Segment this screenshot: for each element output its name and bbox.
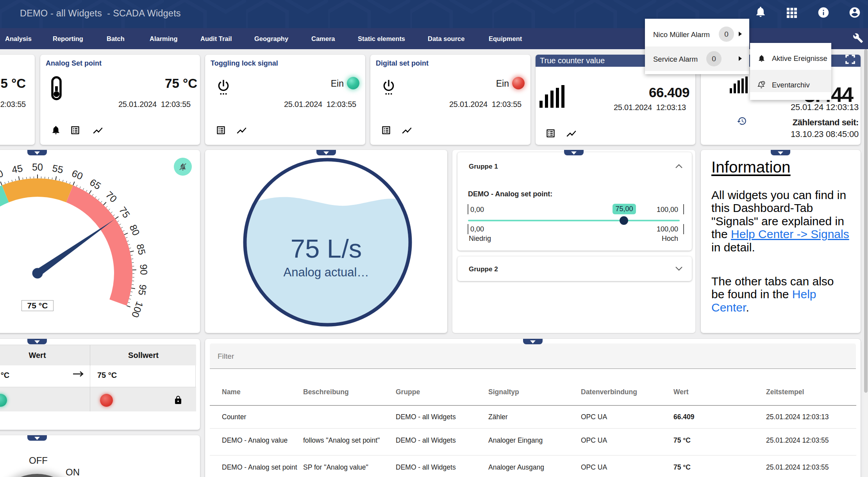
svg-text:90: 90 (138, 264, 150, 275)
svg-text:60: 60 (70, 167, 84, 182)
svg-text:40: 40 (0, 167, 5, 182)
svg-text:55: 55 (52, 162, 64, 175)
svg-text:100: 100 (130, 300, 146, 319)
svg-text:75: 75 (117, 205, 132, 220)
svg-text:95: 95 (136, 284, 149, 296)
svg-text:85: 85 (135, 243, 148, 256)
svg-text:65: 65 (88, 176, 103, 192)
svg-text:80: 80 (127, 223, 142, 237)
svg-text:45: 45 (11, 162, 24, 175)
svg-text:50: 50 (32, 162, 43, 173)
